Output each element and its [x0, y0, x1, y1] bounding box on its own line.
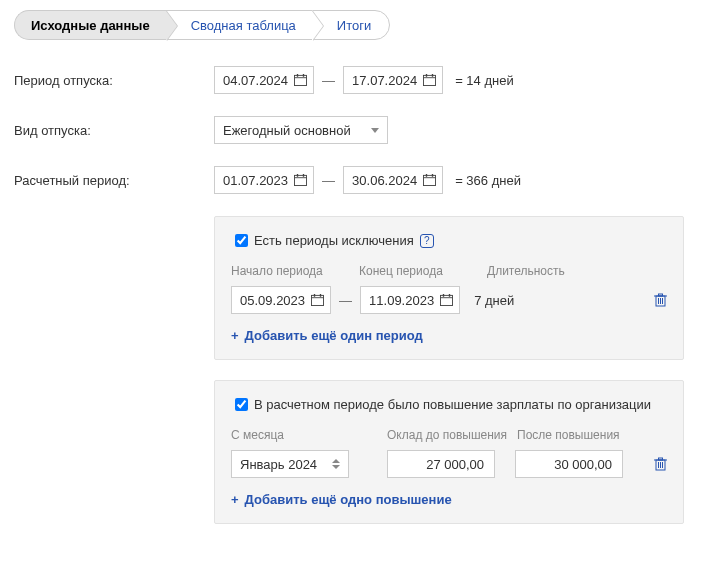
panel-salary-raise: В расчетном периоде было повышение зарпл…: [214, 380, 684, 524]
col-start: Начало периода: [231, 264, 359, 278]
num-value: 30 000,00: [554, 457, 612, 472]
calc-period-days: = 366 дней: [455, 173, 521, 188]
breadcrumb-step-label: Исходные данные: [31, 18, 150, 33]
svg-rect-3: [303, 74, 304, 77]
vacation-period-to-input[interactable]: 17.07.2024: [343, 66, 443, 94]
svg-rect-32: [659, 458, 663, 460]
plus-icon: +: [231, 492, 239, 507]
calendar-icon[interactable]: [423, 74, 436, 86]
date-value: 01.07.2023: [223, 173, 288, 188]
exclusions-checkbox-label: Есть периоды исключения: [254, 233, 414, 248]
calendar-icon[interactable]: [294, 174, 307, 186]
num-value: 27 000,00: [426, 457, 484, 472]
svg-rect-14: [426, 174, 427, 177]
breadcrumb-step-source-data[interactable]: Исходные данные: [14, 10, 166, 40]
raise-checkbox-label: В расчетном периоде было повышение зарпл…: [254, 397, 651, 412]
add-exclusion-label: Добавить ещё один период: [245, 328, 423, 343]
breadcrumb-step-label: Сводная таблица: [191, 18, 296, 33]
row-calc-period: Расчетный период: 01.07.2023 — 30.06.202…: [14, 166, 695, 194]
exclusions-columns-header: Начало периода Конец периода Длительност…: [231, 264, 667, 278]
raise-columns-header: С месяца Оклад до повышения После повыше…: [231, 428, 667, 442]
col-after: После повышения: [517, 428, 620, 442]
date-value: 11.09.2023: [369, 293, 434, 308]
range-dash: —: [339, 293, 352, 308]
raise-before-input[interactable]: 27 000,00: [387, 450, 495, 478]
exclusion-duration: 7 дней: [474, 293, 514, 308]
col-month: С месяца: [231, 428, 387, 442]
calc-period-from-input[interactable]: 01.07.2023: [214, 166, 314, 194]
calendar-icon[interactable]: [440, 294, 453, 306]
svg-rect-6: [426, 74, 427, 77]
date-value: 30.06.2024: [352, 173, 417, 188]
stepper-icon: [332, 459, 340, 469]
breadcrumb-step-summary-table[interactable]: Сводная таблица: [166, 10, 312, 40]
raise-after-input[interactable]: 30 000,00: [515, 450, 623, 478]
svg-rect-2: [297, 74, 298, 77]
svg-rect-19: [320, 294, 321, 297]
svg-rect-4: [424, 75, 436, 85]
svg-rect-7: [432, 74, 433, 77]
svg-rect-12: [424, 175, 436, 185]
svg-rect-15: [432, 174, 433, 177]
svg-rect-26: [659, 294, 663, 296]
select-value: Январь 2024: [240, 457, 317, 472]
svg-rect-8: [295, 175, 307, 185]
trash-icon[interactable]: [654, 293, 667, 307]
svg-rect-16: [312, 295, 324, 305]
exclusions-checkbox[interactable]: [235, 234, 248, 247]
add-exclusion-link[interactable]: + Добавить ещё один период: [231, 328, 667, 343]
add-raise-link[interactable]: + Добавить ещё одно повышение: [231, 492, 667, 507]
vacation-period-days: = 14 дней: [455, 73, 514, 88]
svg-rect-11: [303, 174, 304, 177]
col-end: Конец периода: [359, 264, 487, 278]
panel-exclusion-periods: Есть периоды исключения ? Начало периода…: [214, 216, 684, 360]
range-dash: —: [322, 173, 335, 188]
add-raise-label: Добавить ещё одно повышение: [245, 492, 452, 507]
raise-month-select[interactable]: Январь 2024: [231, 450, 349, 478]
svg-rect-23: [449, 294, 450, 297]
date-value: 17.07.2024: [352, 73, 417, 88]
calendar-icon[interactable]: [311, 294, 324, 306]
chevron-down-icon: [371, 128, 379, 133]
exclusion-from-input[interactable]: 05.09.2023: [231, 286, 331, 314]
vacation-period-from-input[interactable]: 04.07.2024: [214, 66, 314, 94]
col-duration: Длительность: [487, 264, 565, 278]
breadcrumb: Исходные данные Сводная таблица Итоги: [14, 10, 695, 40]
range-dash: —: [322, 73, 335, 88]
row-vacation-type: Вид отпуска: Ежегодный основной: [14, 116, 695, 144]
calendar-icon[interactable]: [294, 74, 307, 86]
svg-rect-10: [297, 174, 298, 177]
raise-row: Январь 2024 27 000,00 30 000,00: [231, 450, 667, 478]
row-vacation-period: Период отпуска: 04.07.2024 — 17.07.2024 …: [14, 66, 695, 94]
date-value: 04.07.2024: [223, 73, 288, 88]
label-vacation-period: Период отпуска:: [14, 73, 214, 88]
panel-header-exclusions: Есть периоды исключения ?: [231, 231, 667, 250]
svg-rect-20: [441, 295, 453, 305]
svg-rect-0: [295, 75, 307, 85]
label-vacation-type: Вид отпуска:: [14, 123, 214, 138]
exclusion-to-input[interactable]: 11.09.2023: [360, 286, 460, 314]
plus-icon: +: [231, 328, 239, 343]
calc-period-to-input[interactable]: 30.06.2024: [343, 166, 443, 194]
vacation-type-select[interactable]: Ежегодный основной: [214, 116, 388, 144]
svg-rect-22: [443, 294, 444, 297]
help-icon[interactable]: ?: [420, 234, 434, 248]
raise-checkbox[interactable]: [235, 398, 248, 411]
svg-rect-18: [314, 294, 315, 297]
trash-icon[interactable]: [654, 457, 667, 471]
panel-header-raise: В расчетном периоде было повышение зарпл…: [231, 395, 667, 414]
select-value: Ежегодный основной: [223, 123, 351, 138]
breadcrumb-step-label: Итоги: [337, 18, 371, 33]
exclusion-row: 05.09.2023 — 11.09.2023 7 дней: [231, 286, 667, 314]
col-before: Оклад до повышения: [387, 428, 517, 442]
date-value: 05.09.2023: [240, 293, 305, 308]
calendar-icon[interactable]: [423, 174, 436, 186]
label-calc-period: Расчетный период:: [14, 173, 214, 188]
